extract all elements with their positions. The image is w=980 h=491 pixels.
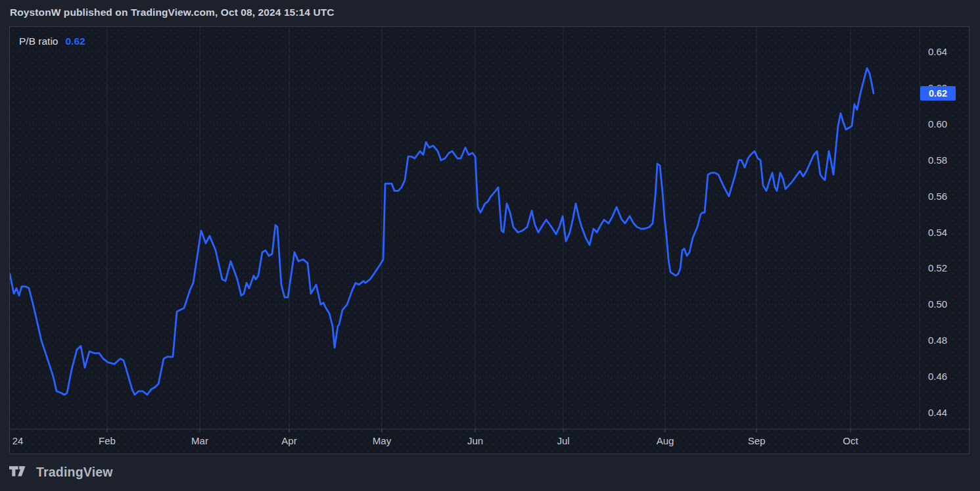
price-axis-label: 0.60 [928,118,947,130]
time-axis-label: Oct [843,435,858,447]
footer: TradingView [9,460,113,484]
time-axis-label: Mar [191,435,208,447]
price-axis-label: 0.46 [928,371,947,383]
price-line [10,68,874,395]
price-chart [10,27,970,455]
time-axis-label: Jun [467,435,483,447]
time-axis-label: May [373,435,391,447]
price-axis-label: 0.64 [928,46,947,58]
time-axis-label: Sep [748,435,766,447]
price-axis-label: 0.54 [928,227,947,239]
tradingview-logo-icon[interactable] [9,466,29,479]
series-value: 0.62 [65,35,85,47]
chart-pane[interactable]: P/B ratio0.62 0.640.620.600.580.560.540.… [9,26,969,454]
time-axis-label: Apr [281,435,296,447]
time-axis-label: 24 [12,435,24,447]
time-axis-label: Feb [99,435,116,447]
price-axis-label: 0.56 [928,191,947,202]
time-axis-label: Aug [657,435,674,447]
time-axis-label: Jul [557,435,569,447]
price-axis-label: 0.52 [928,262,947,274]
legend: P/B ratio0.62 [19,35,85,47]
price-axis-label: 0.50 [928,298,947,310]
price-axis-label: 0.44 [928,407,947,419]
price-axis-label: 0.58 [928,154,947,166]
series-label: P/B ratio [19,35,58,47]
price-axis-label: 0.48 [928,335,947,346]
last-price-label: 0.62 [920,86,956,101]
attribution-text: RoystonW published on TradingView.com, O… [10,7,335,18]
tradingview-wordmark[interactable]: TradingView [36,465,113,480]
